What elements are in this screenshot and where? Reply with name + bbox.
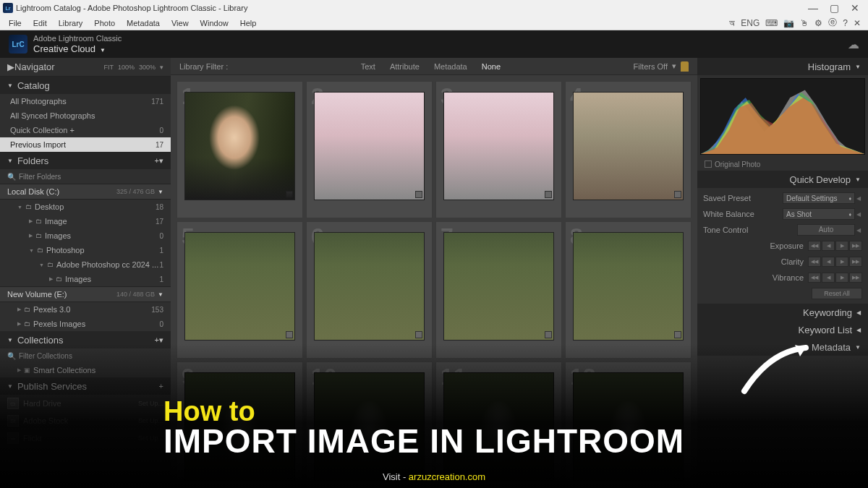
minimize-button[interactable]: — bbox=[808, 2, 818, 14]
menu-library[interactable]: Library bbox=[53, 17, 89, 29]
zoom-300[interactable]: 300% bbox=[139, 64, 156, 71]
thumbnail-cell[interactable]: 3 bbox=[435, 81, 562, 218]
zoom-100[interactable]: 100% bbox=[118, 64, 135, 71]
step-up[interactable]: ▶ bbox=[835, 241, 848, 251]
preset-selector[interactable]: Default Settings♦ bbox=[783, 192, 855, 204]
language-indicator[interactable]: ENG bbox=[741, 18, 760, 28]
thumbnail-cell[interactable]: 4 bbox=[565, 81, 692, 218]
close-button[interactable]: ✕ bbox=[851, 2, 859, 14]
catalog-item[interactable]: All Synced Photographs bbox=[0, 108, 171, 123]
thumbnail-cell[interactable]: 9 bbox=[176, 361, 303, 488]
folder-item[interactable]: ▼🗀Desktop18 bbox=[0, 200, 171, 214]
mouse-icon[interactable]: 🖱 bbox=[800, 18, 809, 28]
thumbnail-cell[interactable]: 5 bbox=[176, 221, 303, 359]
collapse-icon[interactable]: ◀ bbox=[855, 211, 862, 218]
publish-panel-header[interactable]: ▼ Publish Services + bbox=[0, 377, 171, 395]
thumbnail-cell[interactable]: 7 bbox=[435, 221, 562, 359]
catalog-item[interactable]: All Photographs171 bbox=[0, 94, 171, 108]
expand-icon[interactable] bbox=[545, 331, 552, 338]
setup-link[interactable]: Set Up... bbox=[138, 435, 163, 442]
navigator-panel-header[interactable]: ▶ Navigator FIT 100% 300% ▾ bbox=[0, 58, 171, 77]
publish-service[interactable]: ▭Hard DriveSet Up... bbox=[0, 395, 171, 412]
menu-edit[interactable]: Edit bbox=[27, 17, 53, 29]
expand-icon[interactable] bbox=[545, 471, 552, 479]
camera-icon[interactable]: 📷 bbox=[783, 18, 794, 28]
thumbnail-cell[interactable]: 2 bbox=[306, 81, 433, 218]
step-down-big[interactable]: ◀◀ bbox=[808, 241, 821, 251]
thumbnail-cell[interactable]: 1 bbox=[176, 81, 303, 218]
auto-tone-button[interactable]: Auto bbox=[797, 224, 855, 236]
expand-icon[interactable] bbox=[286, 471, 293, 479]
folder-item[interactable]: ▼🗀Photoshop1 bbox=[0, 243, 171, 257]
expand-icon[interactable] bbox=[415, 191, 422, 198]
publish-service[interactable]: StAdobe StockSet Up... bbox=[0, 412, 171, 429]
folder-item[interactable]: ▶🗀Images1 bbox=[0, 272, 171, 286]
step-down-big[interactable]: ◀◀ bbox=[808, 273, 821, 283]
lock-icon[interactable] bbox=[681, 61, 689, 72]
thumbnail-cell[interactable]: 8 bbox=[565, 221, 692, 359]
filters-off[interactable]: Filters Off bbox=[634, 62, 668, 71]
wb-selector[interactable]: As Shot♦ bbox=[783, 208, 855, 220]
maximize-button[interactable]: ▢ bbox=[830, 2, 839, 14]
expand-icon[interactable] bbox=[415, 331, 422, 338]
thumbnail-cell[interactable]: 10 bbox=[306, 361, 433, 488]
step-down[interactable]: ◀ bbox=[822, 273, 835, 283]
filter-none[interactable]: None bbox=[475, 62, 508, 71]
expand-icon[interactable] bbox=[415, 471, 422, 479]
histogram-panel-header[interactable]: Histogram▼ bbox=[697, 58, 868, 75]
step-down-big[interactable]: ◀◀ bbox=[808, 257, 821, 267]
collapse-icon[interactable]: ◀ bbox=[855, 195, 862, 202]
expand-icon[interactable] bbox=[674, 191, 681, 198]
step-up[interactable]: ▶ bbox=[835, 257, 848, 267]
disk-row[interactable]: New Volume (E:)140 / 488 GB▼ bbox=[0, 286, 171, 302]
step-up-big[interactable]: ▶▶ bbox=[849, 241, 862, 251]
reset-all-button[interactable]: Reset All bbox=[812, 288, 862, 299]
add-collection-icon[interactable]: +▾ bbox=[155, 335, 163, 345]
chevron-down-icon[interactable]: ▾ bbox=[672, 61, 676, 71]
folder-item[interactable]: ▼🗀Adobe Photoshop cc 2024 ...1 bbox=[0, 257, 171, 272]
catalog-panel-header[interactable]: ▼ Catalog bbox=[0, 77, 171, 94]
keywording-panel-header[interactable]: Keywording◀ bbox=[697, 304, 868, 321]
publish-service[interactable]: ••FlickrSet Up... bbox=[0, 429, 171, 447]
collections-panel-header[interactable]: ▼ Collections +▾ bbox=[0, 331, 171, 348]
folder-item[interactable]: ▶🗀Pexels 3.0153 bbox=[0, 302, 171, 317]
add-publish-icon[interactable]: + bbox=[159, 382, 163, 390]
settings-icon[interactable]: ⚙ bbox=[814, 18, 822, 28]
zoom-fit[interactable]: FIT bbox=[103, 64, 114, 71]
add-folder-icon[interactable]: +▾ bbox=[155, 156, 163, 166]
cloud-sync-icon[interactable]: ☁ bbox=[848, 38, 859, 51]
collapse-icon[interactable]: ◀ bbox=[855, 227, 862, 234]
filter-metadata[interactable]: Metadata bbox=[427, 62, 475, 71]
original-photo-toggle[interactable]: Original Photo bbox=[697, 158, 868, 171]
step-up[interactable]: ▶ bbox=[835, 273, 848, 283]
catalog-item[interactable]: Previous Import17 bbox=[0, 137, 171, 152]
collection-filter[interactable]: 🔍 Filter Collections bbox=[0, 348, 171, 363]
expand-icon[interactable] bbox=[286, 331, 293, 338]
folder-item[interactable]: ▶🗀Images0 bbox=[0, 228, 171, 243]
catalog-item[interactable]: Quick Collection +0 bbox=[0, 123, 171, 137]
checkbox-icon[interactable] bbox=[705, 160, 712, 168]
folder-item[interactable]: ▶🗀Image17 bbox=[0, 214, 171, 228]
setup-link[interactable]: Set Up... bbox=[138, 417, 163, 424]
menu-help[interactable]: Help bbox=[234, 17, 263, 29]
language-script-icon[interactable]: অ bbox=[729, 18, 735, 28]
step-up-big[interactable]: ▶▶ bbox=[849, 257, 862, 267]
thumbnail-cell[interactable]: 11 bbox=[435, 361, 562, 488]
thumbnail-cell[interactable]: 12 bbox=[565, 361, 692, 488]
expand-icon[interactable] bbox=[545, 191, 552, 198]
menu-view[interactable]: View bbox=[166, 17, 195, 29]
menu-file[interactable]: File bbox=[3, 17, 27, 29]
menu-window[interactable]: Window bbox=[195, 17, 234, 29]
exit-icon[interactable]: ✕ bbox=[854, 18, 861, 28]
disk-row[interactable]: Local Disk (C:)325 / 476 GB▼ bbox=[0, 184, 171, 200]
step-down[interactable]: ◀ bbox=[822, 257, 835, 267]
filter-text[interactable]: Text bbox=[354, 62, 383, 71]
folder-filter[interactable]: 🔍 Filter Folders bbox=[0, 169, 171, 184]
setup-link[interactable]: Set Up... bbox=[138, 400, 163, 407]
menu-metadata[interactable]: Metadata bbox=[121, 17, 166, 29]
expand-icon[interactable] bbox=[674, 471, 681, 479]
step-up-big[interactable]: ▶▶ bbox=[849, 273, 862, 283]
folder-item[interactable]: ▶🗀Pexels Images0 bbox=[0, 317, 171, 331]
smart-collections[interactable]: ▶ ▣ Smart Collections bbox=[0, 363, 171, 377]
thumbnail-cell[interactable]: 6 bbox=[306, 221, 433, 359]
